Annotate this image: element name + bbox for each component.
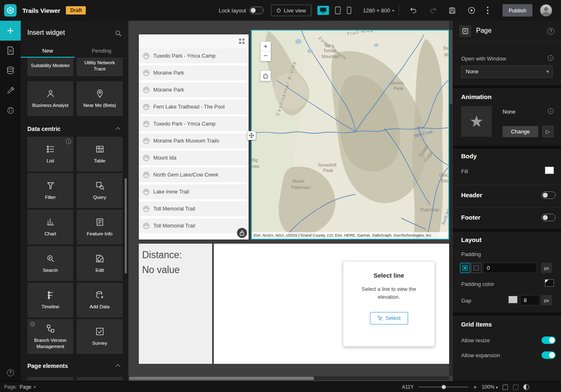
widget-tile-clipped[interactable] (77, 377, 123, 380)
page-selector[interactable]: Page (19, 384, 31, 390)
help-icon[interactable]: ? (7, 369, 14, 376)
a11y-label[interactable]: A11Y (402, 384, 413, 390)
unlock-icon[interactable] (237, 228, 247, 238)
widget-tile-chart[interactable]: Chart (27, 210, 73, 244)
list-item[interactable]: Tuxedo Park - Ymca Camp (139, 48, 249, 63)
lock-layout-toggle[interactable] (249, 7, 264, 14)
collapse-chevron-icon[interactable] (116, 127, 120, 132)
collapse-chevron-icon[interactable] (116, 364, 120, 369)
list-item[interactable]: Moraine Park Museum Trails (139, 133, 249, 148)
footer-toggle[interactable] (542, 214, 556, 221)
help-icon[interactable]: ? (547, 28, 554, 35)
allow-expansion-toggle[interactable] (542, 351, 556, 359)
list-item[interactable]: Moraine Park (139, 82, 249, 97)
list-item[interactable]: Toll Memorial Trail (139, 218, 249, 233)
header-toggle[interactable] (542, 191, 556, 199)
open-with-window-select[interactable]: None ▾ (461, 65, 553, 78)
widget-tile-branch-version-management[interactable]: Branch Version Management (27, 319, 73, 354)
home-button[interactable] (260, 70, 271, 81)
text-widget[interactable]: Distance: No value (139, 244, 212, 364)
padding-unit-button[interactable]: px (541, 263, 552, 273)
widget-tile-edit[interactable]: Edit (77, 246, 123, 281)
move-handle-icon[interactable] (247, 131, 256, 140)
gap-unit-button[interactable]: px (541, 295, 552, 305)
app-logo-icon[interactable] (4, 4, 17, 17)
list-item[interactable]: Lake Irene Trail (139, 184, 249, 199)
change-animation-button[interactable]: Change (503, 126, 538, 137)
widget-tile-utility-network-trace[interactable]: Utility Network Trace (77, 58, 123, 76)
info-icon[interactable]: i (548, 55, 554, 61)
select-button[interactable]: Select (370, 312, 408, 324)
list-item[interactable]: Moraine Park (139, 65, 249, 80)
widget-tile-list[interactable]: i List (27, 137, 73, 172)
list-item[interactable]: Fern Lake Trailhead - The Pool (139, 99, 249, 114)
live-view-button[interactable]: Live view (271, 5, 311, 16)
widget-tile-feature-info[interactable]: Feature Info (77, 210, 123, 244)
grid-icon[interactable] (239, 38, 245, 45)
gap-color-swatch[interactable] (508, 296, 517, 303)
play-animation-button[interactable]: ▷ (542, 126, 554, 137)
zoom-slider-thumb[interactable] (442, 385, 446, 389)
rail-data-icon[interactable] (0, 60, 21, 80)
zoom-out-button[interactable]: − (260, 51, 271, 61)
allow-resize-toggle[interactable] (542, 336, 556, 344)
scrollbar-thumb[interactable] (129, 377, 314, 380)
widget-tile-timeline[interactable]: Timeline (27, 283, 73, 317)
save-icon[interactable] (448, 7, 456, 15)
panel-scrollbar[interactable] (125, 178, 127, 273)
fill-color-swatch[interactable] (545, 167, 554, 174)
phone-device-icon[interactable] (347, 7, 351, 14)
padding-all-sides-button[interactable] (460, 263, 470, 273)
avatar[interactable] (540, 4, 552, 17)
design-canvas[interactable]: Tuxedo Park - Ymca Camp Moraine Park Mor… (128, 21, 453, 381)
desktop-device-icon[interactable] (317, 6, 329, 15)
zoom-level-dropdown[interactable]: 100% ▾ (482, 384, 498, 390)
gap-input[interactable] (520, 295, 540, 305)
zoom-slider[interactable] (418, 387, 468, 387)
resolution-dropdown[interactable]: 1280 × 800 ▾ (363, 7, 394, 14)
list-item[interactable]: Toll Memorial Trail (139, 201, 249, 216)
list-widget[interactable]: Tuxedo Park - Ymca Camp Moraine Park Mor… (139, 34, 249, 240)
widget-tile-business-analyst[interactable]: Business Analyst (27, 81, 73, 116)
widget-tile-add-data[interactable]: Add Data (77, 283, 123, 317)
preview-play-icon[interactable] (467, 6, 476, 15)
search-icon[interactable] (115, 30, 122, 37)
padding-input[interactable] (483, 263, 537, 273)
widget-tile-clipped[interactable] (27, 377, 73, 380)
padding-individual-button[interactable] (471, 263, 481, 273)
rail-insert-widget[interactable] (0, 21, 21, 41)
widget-tile-search[interactable]: Search (27, 246, 73, 281)
zoom-in-icon[interactable]: + (473, 384, 476, 390)
widget-tile-query[interactable]: Query (77, 173, 123, 208)
select-cursor-icon (377, 315, 383, 321)
widget-tile-suitability-modeler[interactable]: Suitability Modeler (27, 58, 73, 76)
more-options-icon[interactable] (487, 7, 488, 14)
tab-pending[interactable]: Pending (75, 45, 128, 58)
list-item[interactable]: North Gem Lake/Cow Creek (139, 167, 249, 182)
theme-contrast-icon[interactable] (523, 384, 529, 390)
widget-tile-near-me[interactable]: Near Me (Beta) (77, 81, 123, 116)
zoom-in-button[interactable]: + (260, 41, 271, 51)
padding-color-swatch[interactable] (545, 279, 554, 287)
fit-to-window-icon[interactable] (503, 385, 508, 390)
widget-tile-survey[interactable]: Survey (77, 319, 123, 354)
tablet-device-icon[interactable] (335, 6, 341, 15)
widget-tile-table[interactable]: Table (77, 137, 123, 172)
elevation-panel-widget[interactable]: Select line Select a line to view the el… (214, 244, 449, 364)
redo-icon[interactable] (429, 6, 437, 15)
info-icon[interactable]: i (66, 139, 71, 144)
rail-tools-icon[interactable] (0, 80, 21, 100)
undo-icon[interactable] (409, 6, 418, 15)
rail-page-icon[interactable] (0, 41, 21, 60)
map-widget[interactable]: Trail Ridge Forest Canyon Terra Tomah Mo… (251, 30, 449, 240)
tab-new[interactable]: New (21, 45, 75, 58)
widget-tile-filter[interactable]: Filter (27, 173, 73, 208)
fit-width-icon[interactable] (513, 385, 518, 390)
animation-thumbnail[interactable]: ★ (461, 106, 492, 137)
info-icon[interactable]: i (548, 108, 554, 114)
rail-theme-icon[interactable] (0, 100, 21, 120)
list-item[interactable]: Tuxedo Park - Ymca Camp (139, 116, 249, 131)
publish-button[interactable]: Publish (503, 4, 532, 17)
canvas-vertical-scrollbar[interactable] (449, 21, 453, 376)
list-item[interactable]: Mount Ida (139, 150, 249, 165)
